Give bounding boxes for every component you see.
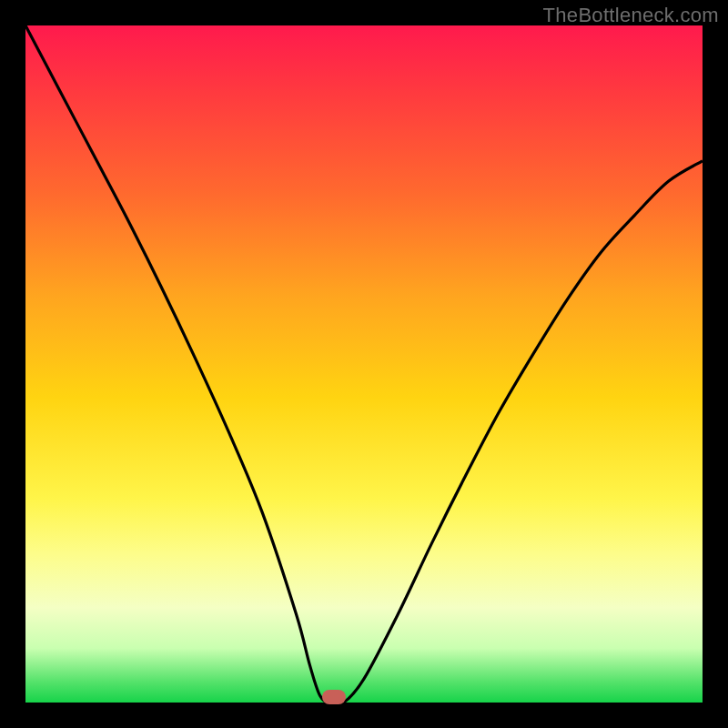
- watermark-text: TheBottleneck.com: [543, 4, 719, 27]
- optimal-point-marker: [322, 690, 346, 704]
- chart-curve-layer: [25, 25, 703, 703]
- chart-frame: TheBottleneck.com: [0, 0, 728, 728]
- bottleneck-curve: [25, 25, 703, 704]
